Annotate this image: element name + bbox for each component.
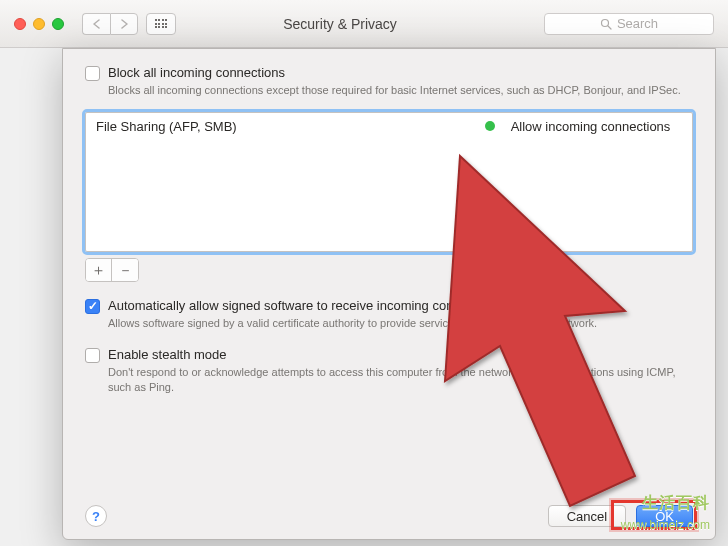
back-button[interactable] xyxy=(82,13,110,35)
add-button[interactable]: ＋ xyxy=(86,259,112,281)
list-item-status: Allow incoming connections xyxy=(511,119,671,134)
firewall-app-list[interactable]: File Sharing (AFP, SMB) Allow incoming c… xyxy=(85,112,693,252)
stealth-row[interactable]: Enable stealth mode xyxy=(85,347,693,363)
firewall-options-sheet: Block all incoming connections Blocks al… xyxy=(62,48,716,540)
block-all-row[interactable]: Block all incoming connections xyxy=(85,65,693,81)
close-icon[interactable] xyxy=(14,18,26,30)
window-title: Security & Privacy xyxy=(144,16,536,32)
add-remove-group: ＋ － xyxy=(85,258,139,282)
auto-allow-row[interactable]: Automatically allow signed software to r… xyxy=(85,298,693,314)
stealth-label: Enable stealth mode xyxy=(108,347,227,362)
search-placeholder: Search xyxy=(617,16,658,31)
minimize-icon[interactable] xyxy=(33,18,45,30)
stealth-checkbox[interactable] xyxy=(85,348,100,363)
auto-allow-description: Allows software signed by a valid certif… xyxy=(108,316,693,331)
block-all-label: Block all incoming connections xyxy=(108,65,285,80)
svg-line-1 xyxy=(608,26,611,29)
status-dot-icon xyxy=(485,121,495,131)
traffic-lights xyxy=(14,18,64,30)
svg-point-0 xyxy=(601,19,608,26)
titlebar: Security & Privacy Search xyxy=(0,0,728,48)
cancel-button[interactable]: Cancel xyxy=(548,505,626,527)
remove-button[interactable]: － xyxy=(112,259,138,281)
block-all-checkbox[interactable] xyxy=(85,66,100,81)
watermark-url: www.bimeiz.com xyxy=(621,518,710,532)
block-all-description: Blocks all incoming connections except t… xyxy=(108,83,693,98)
search-icon xyxy=(600,18,612,30)
watermark-logo: 生活百科 xyxy=(642,493,710,514)
sheet-footer: ? Cancel OK xyxy=(85,505,693,527)
nav-buttons xyxy=(82,13,138,35)
zoom-icon[interactable] xyxy=(52,18,64,30)
auto-allow-label: Automatically allow signed software to r… xyxy=(108,298,502,313)
search-field[interactable]: Search xyxy=(544,13,714,35)
auto-allow-checkbox[interactable] xyxy=(85,299,100,314)
stealth-description: Don't respond to or acknowledge attempts… xyxy=(108,365,693,395)
forward-button[interactable] xyxy=(110,13,138,35)
list-item-name: File Sharing (AFP, SMB) xyxy=(96,119,237,134)
list-item[interactable]: File Sharing (AFP, SMB) Allow incoming c… xyxy=(96,119,682,134)
help-button[interactable]: ? xyxy=(85,505,107,527)
